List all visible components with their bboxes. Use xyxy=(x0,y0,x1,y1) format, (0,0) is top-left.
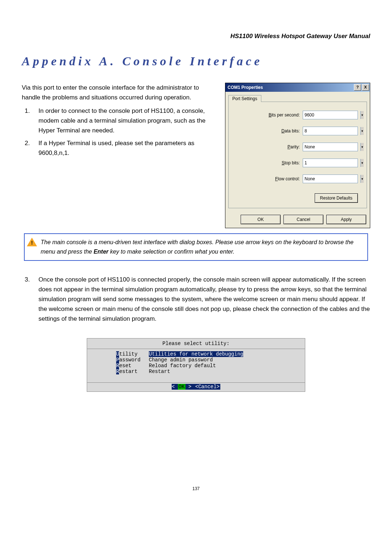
parity-label: Parity: xyxy=(237,144,303,149)
menu-row-reset[interactable]: Reset Reload factory default xyxy=(116,363,302,369)
list-item-1: 1. In order to connect to the console po… xyxy=(22,106,218,135)
ok-button[interactable]: OK xyxy=(241,215,281,224)
dialog-title: COM1 Properties xyxy=(228,85,353,90)
flow-control-label: Flow control: xyxy=(237,176,303,181)
intro-paragraph: Via this port to enter the console inter… xyxy=(22,83,218,102)
warning-icon xyxy=(25,234,39,260)
appendix-title: Appendix A. Console Interface xyxy=(22,54,370,68)
list-item-3: 3. Once the console port of HS1100 is co… xyxy=(22,275,370,324)
chevron-down-icon[interactable]: ▼ xyxy=(360,111,364,119)
stop-bits-select[interactable]: ▼ xyxy=(303,159,358,167)
list-text-3: Once the console port of HS1100 is conne… xyxy=(38,275,370,324)
chevron-down-icon[interactable]: ▼ xyxy=(360,127,364,135)
bits-per-second-label: Bits per second: xyxy=(237,112,303,118)
terminal-cancel-button[interactable]: <Cancel> xyxy=(195,384,220,390)
list-num-1: 1. xyxy=(22,106,38,135)
restore-defaults-button[interactable]: Restore Defaults xyxy=(315,193,358,203)
apply-button[interactable]: Apply xyxy=(326,215,366,224)
bits-per-second-select[interactable]: ▼ xyxy=(303,111,358,119)
menu-row-utility[interactable]: Utility Utilities for network debugging xyxy=(116,351,302,357)
menu-row-password[interactable]: Password Change admin password xyxy=(116,357,302,363)
menu-row-restart[interactable]: Restart Restart xyxy=(116,369,302,374)
chevron-down-icon[interactable]: ▼ xyxy=(360,159,364,167)
bits-per-second-value[interactable] xyxy=(303,111,360,119)
help-button[interactable]: ? xyxy=(354,84,361,91)
list-num-2: 2. xyxy=(22,138,38,158)
parity-value[interactable] xyxy=(303,143,360,151)
chevron-down-icon[interactable]: ▼ xyxy=(360,175,364,183)
list-text-1: In order to connect to the console port … xyxy=(38,106,218,135)
page-number: 137 xyxy=(0,486,392,491)
terminal-screenshot: Please select utility: Utility Utilities… xyxy=(87,338,305,392)
parity-select[interactable]: ▼ xyxy=(303,143,358,151)
terminal-footer: < OK > <Cancel> xyxy=(87,382,305,391)
com1-properties-dialog: COM1 Properties ? X Port Settings Bits p… xyxy=(225,83,370,228)
document-header: HS1100 Wireless Hotspot Gateway User Man… xyxy=(22,33,370,40)
data-bits-select[interactable]: ▼ xyxy=(303,127,358,135)
flow-control-value[interactable] xyxy=(303,175,360,183)
list-num-3: 3. xyxy=(22,275,38,324)
dialog-titlebar: COM1 Properties ? X xyxy=(225,83,370,92)
close-button[interactable]: X xyxy=(362,84,369,91)
note-box: The main console is a menu-driven text i… xyxy=(24,233,368,261)
cancel-button[interactable]: Cancel xyxy=(283,215,323,224)
terminal-header: Please select utility: xyxy=(87,338,305,349)
stop-bits-label: Stop bits: xyxy=(237,160,303,165)
data-bits-value[interactable] xyxy=(303,127,360,135)
terminal-menu: Utility Utilities for network debugging … xyxy=(87,349,305,382)
stop-bits-value[interactable] xyxy=(303,159,360,167)
tab-port-settings[interactable]: Port Settings xyxy=(228,95,261,102)
note-text: The main console is a menu-driven text i… xyxy=(39,234,367,260)
list-text-2: If a Hyper Terminal is used, please set … xyxy=(38,138,218,158)
data-bits-label: Data bits: xyxy=(237,128,303,134)
terminal-ok-button[interactable]: OK xyxy=(178,384,185,390)
flow-control-select[interactable]: ▼ xyxy=(303,175,358,183)
chevron-down-icon[interactable]: ▼ xyxy=(360,143,364,151)
list-item-2: 2. If a Hyper Terminal is used, please s… xyxy=(22,138,218,158)
